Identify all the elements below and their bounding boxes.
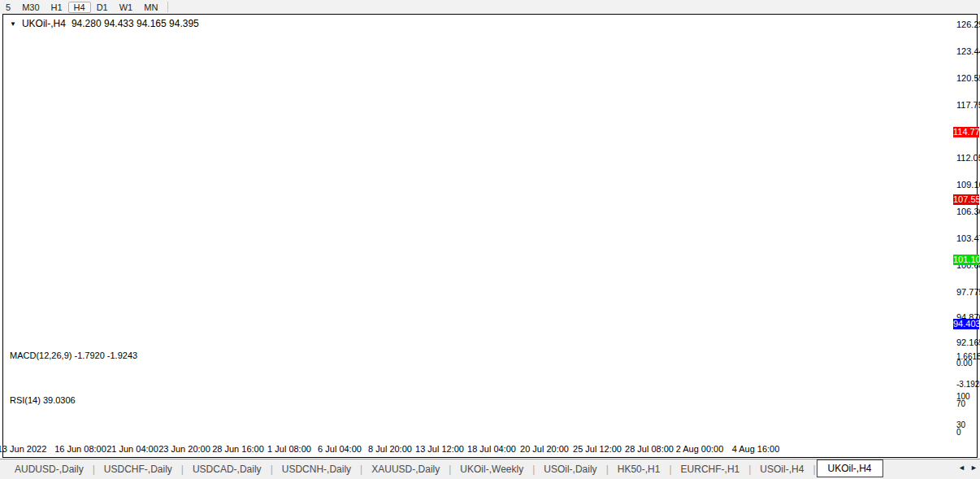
tab-audusd-daily[interactable]: AUDUSD-,Daily	[7, 461, 92, 477]
date-label: 28 Jul 08:00	[625, 444, 674, 454]
rsi-label: RSI(14) 39.0306	[10, 395, 76, 405]
date-label: 25 Jul 12:00	[573, 444, 622, 454]
symbol-dropdown-icon[interactable]: ▼	[10, 20, 16, 28]
price-tick-label: 97.775	[956, 288, 980, 297]
date-label: 4 Aug 16:00	[732, 444, 780, 454]
tab-usdcad-daily[interactable]: USDCAD-,Daily	[184, 461, 270, 477]
price-tick-label: 109.16	[956, 181, 980, 189]
price-tick-label: 106.36	[956, 207, 980, 216]
chart-tab-bar: AUDUSD-,Daily|USDCHF-,Daily|USDCAD-,Dail…	[0, 459, 980, 479]
tab-eurchf-h1[interactable]: EURCHF-,H1	[673, 461, 748, 477]
tab-xauusd-daily[interactable]: XAUUSD-,Daily	[363, 461, 448, 477]
price-line-label-107-55: 107.55	[953, 194, 979, 205]
mt4-terminal: 5M30H1H4D1W1MN ▼ UKOil-,H4 94.280 94.433…	[0, 0, 980, 479]
hline-107-55[interactable]	[7, 197, 952, 202]
price-line-label-94-403: 94.403	[953, 319, 979, 329]
rsi-tick-label: 70	[956, 400, 965, 408]
candles-layer	[6, 27, 752, 342]
tab-usdcnh-daily[interactable]: USDCNH-,Daily	[274, 461, 359, 477]
trend-arrow[interactable]	[774, 304, 800, 347]
tab-scroll-left-icon[interactable]: ◄	[958, 464, 970, 472]
date-label: 6 Jul 04:00	[318, 444, 362, 454]
price-line-label-114-77: 114.77	[953, 127, 979, 137]
date-label: 20 Jul 20:00	[520, 444, 569, 454]
tab-hk50-h1[interactable]: HK50-,H1	[609, 461, 669, 477]
chart-ohlc-readout: 94.280 94.433 94.165 94.395	[72, 18, 199, 29]
date-label: 28 Jun 16:00	[212, 444, 264, 454]
price-tick-label: 92.165	[956, 338, 980, 347]
price-tick-label: 103.47	[956, 234, 980, 243]
chart-symbol-period: UKOil-,H4	[22, 18, 66, 29]
date-label: 2 Aug 00:00	[676, 444, 724, 454]
tab-usdchf-daily[interactable]: USDCHF-,Daily	[96, 461, 180, 477]
price-tick-label: 120.55	[956, 74, 980, 83]
date-label: 8 Jul 20:00	[368, 444, 412, 454]
price-tick-label: 126.25	[956, 20, 980, 29]
price-tick-label: 117.75	[956, 101, 980, 110]
chart-title: ▼ UKOil-,H4 94.280 94.433 94.165 94.395	[10, 18, 199, 29]
macd-tick-label: 0.00	[956, 359, 972, 368]
rsi-tick-label: 0	[956, 429, 961, 437]
tab-ukoil-weekly[interactable]: UKOil-,Weekly	[452, 461, 531, 477]
tab-usoil-daily[interactable]: USOil-,Daily	[536, 461, 605, 477]
macd-tick-label: -3.1928	[956, 381, 980, 389]
price-tick-label: 123.44	[956, 47, 980, 56]
hline-101-1[interactable]	[7, 257, 952, 262]
hline-94-403[interactable]	[7, 321, 952, 326]
date-label: 13 Jul 12:00	[415, 444, 464, 454]
date-label: 21 Jun 04:00	[106, 444, 158, 454]
chart-canvas	[0, 0, 980, 479]
rsi-line	[7, 407, 750, 428]
date-label: 23 Jun 20:00	[158, 444, 210, 454]
date-label: 1 Jul 08:00	[267, 444, 311, 454]
tab-scroll-right-icon[interactable]: ►	[970, 464, 979, 472]
price-tick-label: 112.05	[956, 154, 980, 163]
tab-usoil-h4[interactable]: USOil-,H4	[752, 461, 812, 477]
date-label: 16 Jun 08:00	[54, 444, 106, 454]
date-label: 13 Jun 2022	[0, 444, 46, 454]
hline-114-77[interactable]	[7, 129, 952, 134]
date-label: 18 Jul 04:00	[467, 444, 516, 454]
price-line-label-101-10: 101.10	[953, 255, 979, 265]
macd-label: MACD(12,26,9) -1.7920 -1.9243	[10, 351, 137, 360]
tab-scroll-arrows: ◄►	[958, 464, 979, 472]
tab-ukoil-h4[interactable]: UKOil-,H4	[817, 459, 883, 477]
